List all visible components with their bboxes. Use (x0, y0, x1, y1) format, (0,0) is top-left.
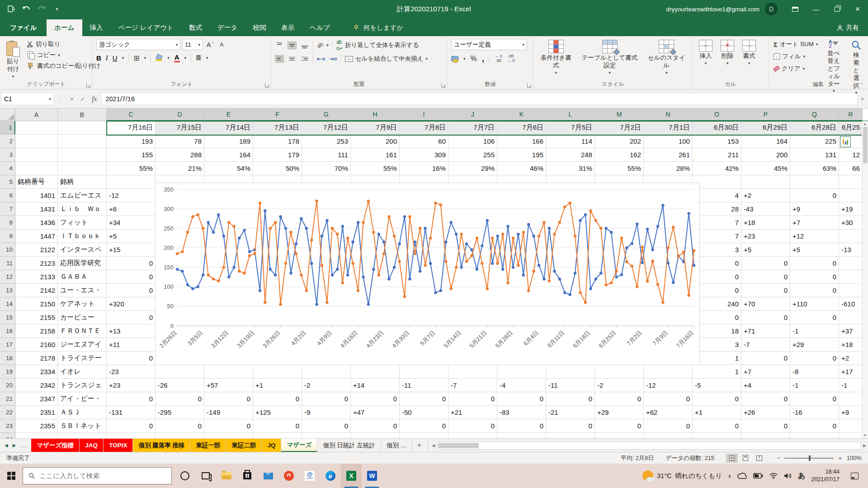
tab-view[interactable]: 表示 (274, 19, 302, 36)
cell-I3[interactable]: 309 (400, 148, 448, 162)
cell-F3[interactable]: 179 (253, 148, 302, 162)
cell-B3[interactable] (58, 148, 107, 162)
cell-D22[interactable]: -295 (156, 406, 204, 419)
increase-indent-icon[interactable]: ⇥≡ (329, 56, 337, 62)
cell-O20[interactable]: -5 (693, 379, 741, 392)
cell-A13[interactable]: 2142 (15, 284, 58, 297)
cell-B15[interactable]: カービュー (58, 311, 107, 324)
cell-F20[interactable]: +1 (253, 379, 302, 392)
delete-cells-button[interactable]: × 削除▾ (718, 39, 737, 67)
cell-K23[interactable]: 0 (497, 419, 546, 433)
confirm-entry-icon[interactable]: ✓ (80, 95, 85, 103)
page-layout-view-button[interactable] (740, 454, 751, 463)
cell-B11[interactable]: 応用医学研究 (58, 257, 107, 270)
cell-F22[interactable]: +125 (253, 406, 302, 419)
cell-styles-button[interactable]: セルのスタイル▾ (644, 39, 689, 76)
save-icon[interactable] (6, 5, 15, 14)
cell-H23[interactable]: 0 (351, 419, 400, 433)
sheet-tab-9[interactable]: 個別 日統計 左統計 (317, 439, 381, 452)
cell-C16[interactable]: +13 (107, 324, 156, 338)
column-header-O[interactable]: O (693, 108, 741, 121)
cell-E22[interactable]: -149 (204, 406, 253, 419)
cell-Q23[interactable]: 0 (790, 419, 839, 433)
cell-P6[interactable]: +2 (741, 189, 790, 202)
italic-button[interactable]: I (106, 54, 108, 62)
cell-G4[interactable]: 70% (302, 162, 351, 175)
row-header-17[interactable]: 17 (0, 338, 15, 352)
cell-E1[interactable]: 7月14日 (204, 121, 253, 135)
cell-B9[interactable]: ＩＴｂｏｏｋ (58, 230, 107, 243)
onedrive-icon[interactable] (737, 473, 747, 479)
increase-font-icon[interactable]: A＾ (205, 40, 216, 49)
cell-A1[interactable] (15, 121, 58, 135)
horizontal-scrollbar[interactable]: ◀ ▶ (430, 439, 868, 452)
normal-view-button[interactable] (726, 454, 738, 463)
cell-I2[interactable]: 60 (400, 135, 448, 148)
at-menu-app-button[interactable]: @menu (299, 464, 320, 488)
paste-button[interactable]: 貼り付け▾ (4, 39, 23, 80)
vscroll-up-icon[interactable]: ▲ (863, 122, 867, 126)
cell-K22[interactable]: -83 (497, 406, 546, 419)
word-taskbar-button[interactable]: W (362, 464, 382, 488)
cell-D3[interactable]: 288 (156, 148, 204, 162)
cell-E20[interactable]: +57 (204, 379, 253, 392)
cell-Q5[interactable] (790, 175, 839, 189)
task-view-button[interactable] (195, 464, 216, 488)
cell-I1[interactable]: 7月8日 (400, 121, 448, 135)
cell-L21[interactable]: 0 (546, 392, 595, 406)
cell-Q13[interactable]: 0 (790, 284, 839, 297)
tab-page-layout[interactable]: ページ レイアウト (111, 19, 181, 36)
fill-color-caret[interactable]: ▾ (167, 56, 170, 60)
cell-E2[interactable]: 189 (204, 135, 253, 148)
cortana-button[interactable] (175, 464, 195, 488)
cell-L22[interactable]: -21 (546, 406, 595, 419)
cell-R9[interactable] (839, 230, 863, 243)
cell-C21[interactable]: 0 (107, 392, 156, 406)
cell-A10[interactable]: 2122 (15, 243, 58, 257)
align-top-icon[interactable] (275, 42, 284, 49)
sheet-tab-5[interactable]: 東証一部 (190, 439, 226, 452)
underline-caret[interactable]: ▾ (122, 56, 124, 60)
mail-button[interactable] (258, 464, 278, 488)
cell-A24[interactable] (15, 433, 58, 438)
bold-button[interactable]: B (96, 54, 101, 62)
cell-Q11[interactable]: 0 (790, 257, 839, 270)
share-button[interactable]: 共有 (828, 19, 868, 36)
people-app-button[interactable] (278, 464, 299, 488)
column-header-F[interactable]: F (253, 108, 302, 121)
cell-R23[interactable] (839, 419, 863, 433)
cell-L19[interactable] (546, 365, 595, 379)
cell-A3[interactable] (15, 148, 58, 162)
cell-M1[interactable]: 7月2日 (595, 121, 644, 135)
cell-N1[interactable]: 7月1日 (644, 121, 693, 135)
cell-A19[interactable]: 2334 (15, 365, 58, 379)
cell-Q22[interactable]: -16 (790, 406, 839, 419)
cell-O23[interactable]: 0 (693, 419, 741, 433)
cell-P21[interactable]: 0 (741, 392, 790, 406)
cell-A9[interactable]: 1447 (15, 230, 58, 243)
cell-B2[interactable] (58, 135, 107, 148)
font-name-combo[interactable]: 游ゴシック▾ (96, 39, 180, 50)
row-header-11[interactable]: 11 (0, 257, 15, 270)
search-input[interactable] (40, 472, 166, 479)
cell-P8[interactable]: +18 (741, 216, 790, 230)
cell-G21[interactable]: 0 (302, 392, 351, 406)
cell-L2[interactable]: 114 (546, 135, 595, 148)
hidden-icons-chevron[interactable]: ∧ (728, 473, 731, 479)
cell-H19[interactable] (351, 365, 400, 379)
cell-K20[interactable]: -4 (497, 379, 546, 392)
align-right-icon[interactable] (300, 55, 309, 63)
cell-C4[interactable]: 55% (107, 162, 156, 175)
column-header-H[interactable]: H (351, 108, 400, 121)
cell-C3[interactable]: 155 (107, 148, 156, 162)
row-header-19[interactable]: 19 (0, 365, 15, 379)
font-size-combo[interactable]: 11▾ (182, 39, 203, 50)
cell-P15[interactable]: 0 (741, 311, 790, 324)
decrease-decimal-icon[interactable]: .00→.0 (507, 54, 515, 63)
cell-R20[interactable]: -1 (839, 379, 863, 392)
wifi-icon[interactable] (769, 473, 778, 479)
cell-K1[interactable]: 7月6日 (497, 121, 546, 135)
cell-G20[interactable]: -2 (302, 379, 351, 392)
cell-C15[interactable]: 0 (107, 311, 156, 324)
phonetic-caret[interactable]: ▾ (206, 56, 208, 60)
